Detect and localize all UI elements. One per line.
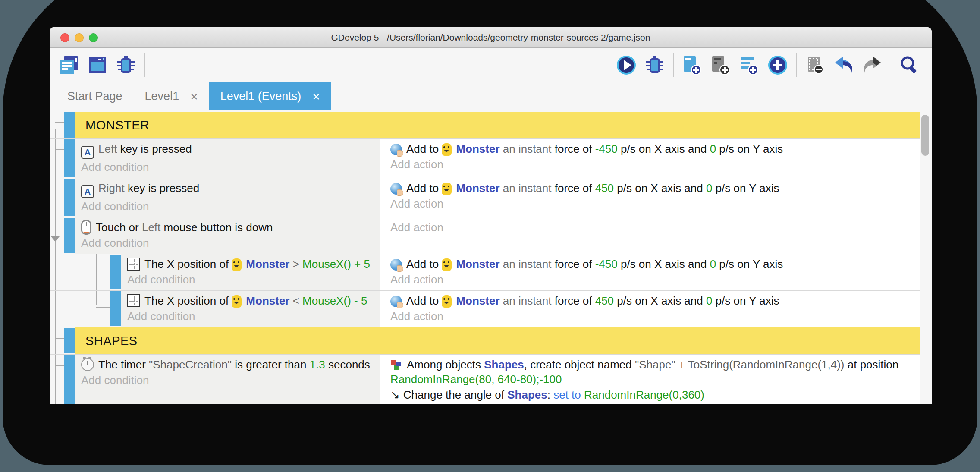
add-comment-icon[interactable]	[738, 53, 761, 77]
tab-level1-events-[interactable]: Level1 (Events)×	[209, 82, 331, 110]
text-segment: force of	[555, 294, 595, 307]
conditions-column: Touch or Left mouse button is downAdd co…	[75, 217, 380, 254]
text-segment: 450	[595, 294, 614, 307]
tree-gutter	[50, 112, 64, 138]
text-segment: Shapes	[484, 358, 524, 371]
undo-icon[interactable]	[832, 53, 855, 77]
text-segment: p/s on Y axis	[712, 294, 779, 307]
text-segment: an instant	[500, 182, 555, 195]
tree-gutter	[50, 217, 64, 254]
add-action-link[interactable]: Add action	[390, 220, 443, 235]
toolbar	[50, 48, 932, 82]
tab-label: Level1	[145, 90, 179, 103]
text-segment: 0	[706, 182, 712, 195]
add-action-link[interactable]: Add action	[390, 157, 443, 172]
toolbar-divider	[796, 53, 797, 77]
tree-gutter	[50, 327, 64, 354]
group-header[interactable]: MONSTER	[75, 112, 920, 138]
tab-close-icon[interactable]: ×	[312, 90, 320, 103]
key-icon: A	[81, 185, 94, 198]
sub-events-group: The X position of Monster > MouseX() + 5…	[50, 254, 920, 327]
debug-bug-icon[interactable]	[643, 53, 666, 77]
monster-icon	[442, 295, 452, 308]
text-segment: Right	[98, 182, 128, 195]
add-subevent-icon[interactable]	[709, 53, 732, 77]
monster-icon	[442, 183, 452, 195]
text-segment: RandomInRange(0,360)	[584, 388, 704, 401]
event-row: ALeft key is pressedAdd conditionAdd to …	[50, 139, 920, 178]
disclosure-triangle-icon[interactable]	[51, 236, 60, 242]
condition[interactable]: The X position of Monster < MouseX() - 5	[127, 293, 374, 308]
sub-event-row: The X position of Monster > MouseX() + 5…	[50, 254, 920, 291]
add-action-link[interactable]: Add action	[390, 196, 443, 211]
condition[interactable]: Touch or Left mouse button is down	[81, 220, 374, 235]
text-segment: force of	[555, 182, 595, 195]
close-window-button[interactable]	[60, 33, 69, 42]
tab-close-icon[interactable]: ×	[190, 90, 198, 103]
add-condition-link[interactable]: Add condition	[81, 160, 149, 174]
event-handle[interactable]	[64, 328, 75, 353]
add-condition-link[interactable]: Add condition	[81, 199, 149, 214]
text-segment: Add to	[406, 258, 442, 271]
scrollbar-thumb[interactable]	[921, 115, 929, 156]
play-icon[interactable]	[615, 53, 638, 77]
action[interactable]: Add to Monster an instant force of 450 p…	[390, 293, 914, 308]
add-circle-icon[interactable]	[766, 53, 789, 77]
delete-event-icon[interactable]	[804, 53, 827, 77]
add-condition-link[interactable]: Add condition	[81, 236, 149, 250]
search-icon[interactable]	[898, 53, 921, 77]
key-icon: A	[81, 146, 94, 159]
text-segment: at position	[845, 358, 899, 371]
action[interactable]: Add to Monster an instant force of -450 …	[390, 257, 914, 271]
event-handle[interactable]	[110, 255, 121, 289]
event-handle[interactable]	[64, 355, 75, 404]
text-segment: an instant	[500, 294, 555, 307]
add-condition-link[interactable]: Add condition	[127, 272, 195, 287]
zoom-window-button[interactable]	[89, 33, 98, 42]
group-header[interactable]: SHAPES	[75, 327, 920, 354]
project-manager-icon[interactable]	[57, 53, 81, 77]
text-segment: key is pressed	[120, 142, 192, 155]
redo-icon[interactable]	[861, 53, 884, 77]
condition[interactable]: The X position of Monster > MouseX() + 5	[127, 257, 374, 271]
tree-gutter	[50, 254, 64, 290]
condition[interactable]: The timer "ShapeCreation" is greater tha…	[81, 357, 374, 372]
force-icon	[390, 183, 402, 195]
event-row: ARight key is pressedAdd conditionAdd to…	[50, 178, 920, 217]
tab-level1[interactable]: Level1×	[134, 82, 209, 110]
scene-window-icon[interactable]	[86, 53, 109, 77]
event-handle[interactable]	[64, 139, 75, 177]
conditions-column: ALeft key is pressedAdd condition	[75, 139, 380, 178]
action[interactable]: ↘Change the angle of Shapes: set to Rand…	[390, 387, 914, 402]
tree-gutter	[50, 139, 64, 178]
text-segment: Add to	[406, 182, 442, 195]
text-segment: 1.3	[310, 358, 325, 371]
traffic-lights	[60, 33, 98, 42]
timer-icon	[81, 358, 94, 371]
text-segment: 0	[706, 294, 712, 307]
condition[interactable]: ALeft key is pressed	[81, 142, 374, 159]
event-handle[interactable]	[64, 218, 75, 253]
action[interactable]: Among objects Shapes, create object name…	[390, 357, 914, 387]
add-event-icon[interactable]	[681, 53, 704, 77]
action[interactable]: Add to Monster an instant force of 450 p…	[390, 181, 914, 195]
tab-start-page[interactable]: Start Page	[56, 82, 134, 110]
event-handle[interactable]	[64, 179, 75, 216]
add-action-link[interactable]: Add action	[390, 272, 443, 287]
toolbar-divider	[673, 53, 674, 77]
text-segment: >	[289, 258, 302, 271]
event-handle[interactable]	[64, 112, 75, 138]
add-condition-link[interactable]: Add condition	[127, 309, 195, 324]
add-condition-link[interactable]: Add condition	[81, 373, 149, 387]
text-segment: an instant	[500, 142, 555, 155]
text-segment: Add to	[406, 294, 442, 307]
event-handle[interactable]	[110, 291, 121, 326]
minimize-window-button[interactable]	[75, 33, 84, 42]
text-segment: Add to	[406, 142, 442, 155]
action[interactable]: Add to Monster an instant force of -450 …	[390, 142, 914, 156]
condition[interactable]: ARight key is pressed	[81, 181, 374, 198]
conditions-column: ARight key is pressedAdd condition	[75, 178, 380, 217]
add-action-link[interactable]: Add action	[390, 309, 443, 324]
conditions-column: The X position of Monster > MouseX() + 5…	[121, 254, 380, 290]
debugger-icon[interactable]	[114, 53, 138, 77]
